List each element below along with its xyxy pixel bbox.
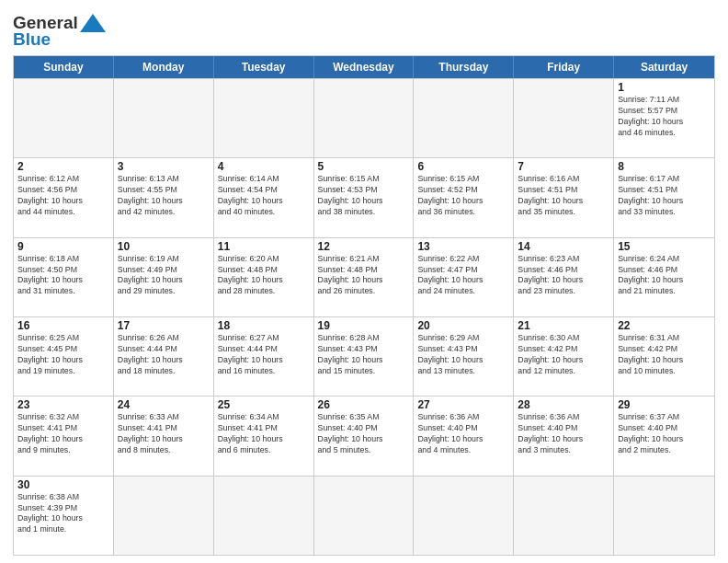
cal-cell-4-6: 29Sunrise: 6:37 AM Sunset: 4:40 PM Dayli… [614,396,714,475]
cell-info: Sunrise: 6:25 AM Sunset: 4:45 PM Dayligh… [17,333,109,377]
cal-cell-0-6: 1Sunrise: 7:11 AM Sunset: 5:57 PM Daylig… [614,79,714,157]
cell-info: Sunrise: 6:12 AM Sunset: 4:56 PM Dayligh… [17,174,109,218]
cell-info: Sunrise: 6:15 AM Sunset: 4:52 PM Dayligh… [417,174,509,218]
cell-info: Sunrise: 7:11 AM Sunset: 5:57 PM Dayligh… [618,95,711,139]
cal-cell-4-5: 28Sunrise: 6:36 AM Sunset: 4:40 PM Dayli… [514,396,614,475]
cell-info: Sunrise: 6:36 AM Sunset: 4:40 PM Dayligh… [518,412,609,456]
day-number: 2 [17,160,109,173]
cal-cell-0-3 [314,79,415,157]
cell-info: Sunrise: 6:16 AM Sunset: 4:51 PM Dayligh… [518,174,609,218]
day-number: 26 [318,398,410,411]
cal-cell-2-2: 11Sunrise: 6:20 AM Sunset: 4:48 PM Dayli… [214,238,314,316]
day-number: 17 [118,319,210,332]
cell-info: Sunrise: 6:19 AM Sunset: 4:49 PM Dayligh… [118,254,210,298]
cell-info: Sunrise: 6:32 AM Sunset: 4:41 PM Dayligh… [17,412,109,456]
header: General Blue [13,9,715,50]
day-number: 21 [518,319,609,332]
cell-info: Sunrise: 6:26 AM Sunset: 4:44 PM Dayligh… [118,333,210,377]
logo: General Blue [13,13,106,50]
cal-cell-0-5 [514,79,614,157]
day-number: 16 [17,319,109,332]
day-number: 3 [118,160,210,173]
cal-cell-3-3: 19Sunrise: 6:28 AM Sunset: 4:43 PM Dayli… [314,317,415,396]
cal-cell-3-0: 16Sunrise: 6:25 AM Sunset: 4:45 PM Dayli… [14,317,114,396]
day-number: 10 [118,240,210,253]
day-number: 24 [118,398,210,411]
cal-cell-2-1: 10Sunrise: 6:19 AM Sunset: 4:49 PM Dayli… [114,238,214,316]
day-number: 20 [417,319,509,332]
calendar-body: 1Sunrise: 7:11 AM Sunset: 5:57 PM Daylig… [14,78,714,555]
cal-cell-3-6: 22Sunrise: 6:31 AM Sunset: 4:42 PM Dayli… [614,317,714,396]
header-day-saturday: Saturday [614,56,714,78]
day-number: 7 [518,160,609,173]
cal-cell-2-5: 14Sunrise: 6:23 AM Sunset: 4:46 PM Dayli… [514,238,614,316]
day-number: 6 [417,160,509,173]
cell-info: Sunrise: 6:14 AM Sunset: 4:54 PM Dayligh… [218,174,310,218]
cal-cell-1-0: 2Sunrise: 6:12 AM Sunset: 4:56 PM Daylig… [14,158,114,236]
day-number: 23 [17,398,109,411]
cal-cell-1-5: 7Sunrise: 6:16 AM Sunset: 4:51 PM Daylig… [514,158,614,236]
cal-cell-1-6: 8Sunrise: 6:17 AM Sunset: 4:51 PM Daylig… [614,158,714,236]
cell-info: Sunrise: 6:34 AM Sunset: 4:41 PM Dayligh… [218,412,310,456]
cal-cell-4-1: 24Sunrise: 6:33 AM Sunset: 4:41 PM Dayli… [114,396,214,475]
cell-info: Sunrise: 6:17 AM Sunset: 4:51 PM Dayligh… [618,174,711,218]
cal-cell-5-1 [114,477,214,555]
cal-cell-1-3: 5Sunrise: 6:15 AM Sunset: 4:53 PM Daylig… [314,158,415,236]
header-day-friday: Friday [514,56,614,78]
calendar: SundayMondayTuesdayWednesdayThursdayFrid… [13,55,715,556]
cal-cell-5-3 [314,477,415,555]
calendar-row-4: 23Sunrise: 6:32 AM Sunset: 4:41 PM Dayli… [14,396,714,475]
logo-triangle-icon [80,14,106,32]
day-number: 15 [618,240,711,253]
header-day-wednesday: Wednesday [314,56,415,78]
svg-marker-0 [80,14,106,32]
cal-cell-4-4: 27Sunrise: 6:36 AM Sunset: 4:40 PM Dayli… [414,396,514,475]
cal-cell-5-0: 30Sunrise: 6:38 AM Sunset: 4:39 PM Dayli… [14,477,114,555]
calendar-row-1: 2Sunrise: 6:12 AM Sunset: 4:56 PM Daylig… [14,157,714,236]
day-number: 30 [17,478,109,491]
cal-cell-4-0: 23Sunrise: 6:32 AM Sunset: 4:41 PM Dayli… [14,396,114,475]
day-number: 18 [218,319,310,332]
cal-cell-1-1: 3Sunrise: 6:13 AM Sunset: 4:55 PM Daylig… [114,158,214,236]
cal-cell-5-6 [614,477,714,555]
cell-info: Sunrise: 6:18 AM Sunset: 4:50 PM Dayligh… [17,254,109,298]
cell-info: Sunrise: 6:20 AM Sunset: 4:48 PM Dayligh… [218,254,310,298]
cell-info: Sunrise: 6:21 AM Sunset: 4:48 PM Dayligh… [318,254,410,298]
calendar-header: SundayMondayTuesdayWednesdayThursdayFrid… [14,56,714,78]
cell-info: Sunrise: 6:28 AM Sunset: 4:43 PM Dayligh… [318,333,410,377]
cal-cell-3-4: 20Sunrise: 6:29 AM Sunset: 4:43 PM Dayli… [414,317,514,396]
cal-cell-2-0: 9Sunrise: 6:18 AM Sunset: 4:50 PM Daylig… [14,238,114,316]
page: General Blue SundayMondayTuesdayWednesda… [0,0,728,563]
cell-info: Sunrise: 6:15 AM Sunset: 4:53 PM Dayligh… [318,174,410,218]
calendar-row-0: 1Sunrise: 7:11 AM Sunset: 5:57 PM Daylig… [14,78,714,157]
day-number: 28 [518,398,609,411]
cal-cell-0-1 [114,79,214,157]
cal-cell-2-3: 12Sunrise: 6:21 AM Sunset: 4:48 PM Dayli… [314,238,415,316]
calendar-row-2: 9Sunrise: 6:18 AM Sunset: 4:50 PM Daylig… [14,237,714,316]
cal-cell-1-4: 6Sunrise: 6:15 AM Sunset: 4:52 PM Daylig… [414,158,514,236]
cal-cell-2-4: 13Sunrise: 6:22 AM Sunset: 4:47 PM Dayli… [414,238,514,316]
calendar-row-5: 30Sunrise: 6:38 AM Sunset: 4:39 PM Dayli… [14,476,714,555]
cal-cell-3-1: 17Sunrise: 6:26 AM Sunset: 4:44 PM Dayli… [114,317,214,396]
cell-info: Sunrise: 6:30 AM Sunset: 4:42 PM Dayligh… [518,333,609,377]
day-number: 22 [618,319,711,332]
cal-cell-0-0 [14,79,114,157]
cal-cell-4-3: 26Sunrise: 6:35 AM Sunset: 4:40 PM Dayli… [314,396,415,475]
cell-info: Sunrise: 6:27 AM Sunset: 4:44 PM Dayligh… [218,333,310,377]
cell-info: Sunrise: 6:33 AM Sunset: 4:41 PM Dayligh… [118,412,210,456]
header-day-sunday: Sunday [14,56,114,78]
day-number: 8 [618,160,711,173]
header-day-thursday: Thursday [414,56,514,78]
cal-cell-0-4 [414,79,514,157]
day-number: 29 [618,398,711,411]
day-number: 13 [417,240,509,253]
day-number: 25 [218,398,310,411]
cell-info: Sunrise: 6:24 AM Sunset: 4:46 PM Dayligh… [618,254,711,298]
day-number: 14 [518,240,609,253]
cal-cell-3-2: 18Sunrise: 6:27 AM Sunset: 4:44 PM Dayli… [214,317,314,396]
calendar-row-3: 16Sunrise: 6:25 AM Sunset: 4:45 PM Dayli… [14,316,714,396]
cal-cell-4-2: 25Sunrise: 6:34 AM Sunset: 4:41 PM Dayli… [214,396,314,475]
cal-cell-5-4 [414,477,514,555]
cal-cell-3-5: 21Sunrise: 6:30 AM Sunset: 4:42 PM Dayli… [514,317,614,396]
cal-cell-1-2: 4Sunrise: 6:14 AM Sunset: 4:54 PM Daylig… [214,158,314,236]
